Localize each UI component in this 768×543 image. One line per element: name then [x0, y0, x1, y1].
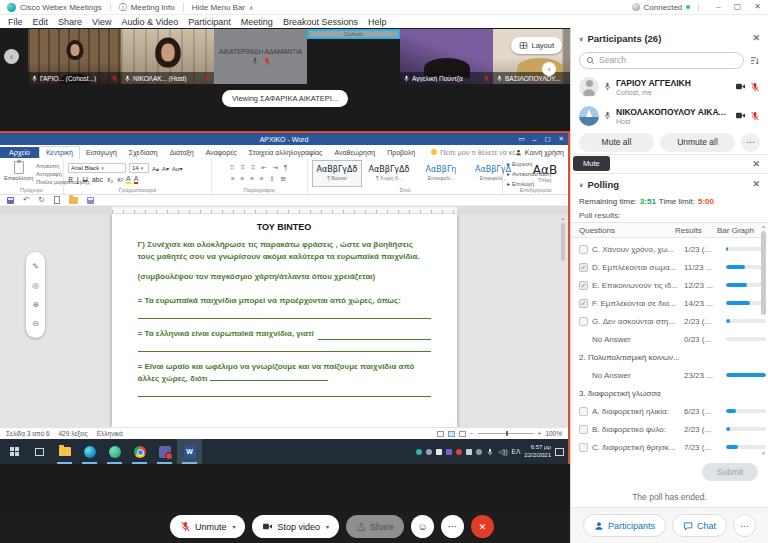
- editing-item[interactable]: ▸Αντικατάσταση: [507, 170, 551, 177]
- unmute-all-button[interactable]: Unmute all: [660, 133, 735, 152]
- grow-font-button[interactable]: Α▴: [152, 165, 159, 172]
- web-layout-icon[interactable]: [459, 431, 466, 437]
- highlight-color-button[interactable]: A: [126, 175, 131, 184]
- save-as-icon[interactable]: [87, 197, 94, 204]
- menu-item[interactable]: Share: [53, 17, 87, 27]
- pointer-icon[interactable]: ◎: [32, 281, 39, 290]
- scroll-up-icon[interactable]: ▲: [761, 224, 765, 229]
- language-indicator[interactable]: Ελληνικά: [97, 430, 123, 437]
- webex-app-icon[interactable]: [102, 439, 127, 464]
- camera-icon[interactable]: [735, 81, 746, 92]
- search-input[interactable]: Search: [579, 52, 744, 69]
- tray-icon[interactable]: [466, 449, 472, 455]
- menu-item[interactable]: Help: [363, 17, 392, 27]
- ribbon-tab[interactable]: Αναφορές: [200, 147, 243, 158]
- list-buttons[interactable]: ⠿ ⠿ ⠿ ⇤ ⇥ ¶: [216, 164, 303, 172]
- start-button[interactable]: [2, 439, 27, 464]
- teams-icon[interactable]: [152, 439, 177, 464]
- edge-icon[interactable]: [77, 439, 102, 464]
- poll-row[interactable]: ✓ F. Εμπλέκονται σε δια... 14/23 ...: [571, 294, 768, 312]
- poll-checkbox[interactable]: ✓: [579, 299, 588, 308]
- video-thumbnail-active-speaker[interactable]: ΣΑΦΑΡΙΚΑ ΑΙΚΑΤΕΡΙΝΗ Cohost: [307, 29, 400, 39]
- tray-icon[interactable]: [436, 449, 442, 455]
- annotate-icon[interactable]: ✎: [32, 262, 39, 271]
- poll-row[interactable]: ✓ C. διαφορετική θρησκ... 7/23 (...: [571, 438, 768, 456]
- zoom-out-button[interactable]: −: [470, 430, 474, 437]
- zoom-slider[interactable]: [478, 433, 534, 434]
- poll-row[interactable]: ✓ No Answer 0/23 (...: [571, 330, 768, 348]
- open-icon[interactable]: [69, 197, 78, 204]
- ribbon-tab[interactable]: Κεντρική: [39, 146, 80, 159]
- page-indicator[interactable]: Σελίδα 3 από 6: [6, 430, 50, 437]
- word-minimize-button[interactable]: –: [533, 136, 537, 143]
- zoom-level[interactable]: 100%: [545, 430, 562, 437]
- language-tray[interactable]: ΕΛ: [512, 448, 521, 455]
- meeting-info-button[interactable]: Meeting Info: [131, 3, 175, 12]
- read-mode-icon[interactable]: [437, 431, 444, 437]
- scroll-down-icon[interactable]: ▼: [761, 451, 765, 456]
- polling-header[interactable]: ∨ Polling ✕: [571, 174, 768, 194]
- file-explorer-icon[interactable]: [52, 439, 77, 464]
- poll-checkbox[interactable]: ✓: [579, 407, 588, 416]
- word-share-button[interactable]: Κοινή χρήση: [515, 149, 564, 156]
- style-chip[interactable]: ΑαΒβΓγΔδ ¶ Χωρίς δ...: [364, 160, 414, 187]
- chrome-icon[interactable]: [127, 439, 152, 464]
- style-chip[interactable]: ΑαΒβΓη Επικεφαλί...: [416, 160, 466, 187]
- submit-button[interactable]: Submit: [702, 463, 758, 481]
- change-case-button[interactable]: Αα▾: [172, 165, 182, 172]
- layout-button[interactable]: Layout: [511, 37, 562, 54]
- word-close-button[interactable]: ✕: [559, 135, 564, 143]
- poll-scrollbar[interactable]: ▲ ▼: [760, 224, 767, 456]
- sort-icon[interactable]: [749, 55, 760, 66]
- video-thumbnail[interactable]: Αγγελική Πούντζα: [400, 29, 493, 84]
- hide-menu-bar-button[interactable]: Hide Menu Bar: [192, 3, 245, 12]
- video-thumbnail[interactable]: ΑΙΚΑΤΕΡΙΝΙΔΗ ΑΔΑΜΑΝΤΙΑ: [214, 29, 307, 84]
- ribbon-tab[interactable]: Σχεδίαση: [123, 147, 164, 158]
- close-polling-icon[interactable]: ✕: [752, 179, 760, 189]
- scroll-left-button[interactable]: ‹: [4, 49, 19, 64]
- menu-item[interactable]: Audio & Video: [116, 17, 183, 27]
- tray-icon[interactable]: [426, 449, 432, 455]
- zoom-in-icon[interactable]: ⊕: [32, 300, 39, 309]
- poll-row[interactable]: ✓ A. διαφορετική ηλικία: 6/23 (...: [571, 402, 768, 420]
- poll-checkbox[interactable]: ✓: [579, 443, 588, 452]
- save-icon[interactable]: [7, 197, 14, 204]
- leave-meeting-button[interactable]: ✕: [471, 515, 494, 538]
- tray-icon[interactable]: [456, 449, 462, 455]
- ribbon-tab[interactable]: Προβολή: [381, 147, 421, 158]
- chat-toggle-button[interactable]: Chat: [672, 514, 727, 537]
- tell-me-box[interactable]: Πείτε μου τι θέλετε να κάνετε...: [431, 149, 515, 156]
- ribbon-tab[interactable]: Διάταξη: [164, 147, 200, 158]
- poll-row[interactable]: ✓ 3. διαφορετική γλώσσα: [571, 384, 768, 402]
- font-color-button[interactable]: A: [134, 175, 139, 184]
- camera-icon[interactable]: [735, 110, 746, 121]
- document-scrollbar[interactable]: ▲: [560, 216, 566, 423]
- panel-more-button[interactable]: ⋯: [733, 514, 756, 537]
- muted-mic-icon[interactable]: [750, 82, 760, 92]
- poll-row[interactable]: ✓ G. Δεν ασκούνται στη... 2/23 (...: [571, 312, 768, 330]
- muted-mic-icon[interactable]: [750, 111, 760, 121]
- font-name-select[interactable]: Arial Black▾: [68, 163, 126, 173]
- font-style-button[interactable]: B: [68, 176, 73, 183]
- zoom-out-icon[interactable]: ⊖: [32, 319, 39, 328]
- poll-row[interactable]: ✓ E. Επικοινωνούν τις ιδ... 12/23 ...: [571, 276, 768, 294]
- menu-item[interactable]: Meeting: [236, 17, 278, 27]
- stop-video-button[interactable]: Stop video▾: [252, 515, 339, 538]
- taskbar-clock[interactable]: 6:57 μμ22/2/2021: [524, 444, 551, 459]
- word-count[interactable]: 429 λέξεις: [59, 430, 88, 437]
- mute-all-button[interactable]: Mute all: [579, 133, 654, 152]
- poll-checkbox[interactable]: ✓: [579, 425, 588, 434]
- close-button[interactable]: ✕: [754, 3, 761, 11]
- document-page[interactable]: ΤΟΥ ΒΙΝΤΕΟ Γ) Συνέχισε και ολοκλήρωσε τι…: [112, 214, 457, 427]
- font-style-button[interactable]: U: [83, 176, 88, 183]
- action-center-icon[interactable]: [555, 448, 564, 456]
- video-thumbnail[interactable]: ΝΙΚΟΛΑΚ... (Host): [121, 29, 214, 84]
- style-chip[interactable]: ΑαΒβΓγΔδ ¶ Βασικό: [312, 160, 362, 187]
- zoom-in-button[interactable]: +: [538, 430, 542, 437]
- task-view-button[interactable]: [27, 439, 52, 464]
- participants-header[interactable]: ∨ Participants (26) ✕: [571, 28, 768, 48]
- font-style-button[interactable]: x²: [117, 176, 123, 183]
- align-buttons[interactable]: ≡ ≡ ≡ ≡ ⇕ ⊞: [216, 175, 303, 183]
- poll-checkbox[interactable]: ✓: [579, 317, 588, 326]
- font-style-button[interactable]: x₂: [107, 176, 113, 183]
